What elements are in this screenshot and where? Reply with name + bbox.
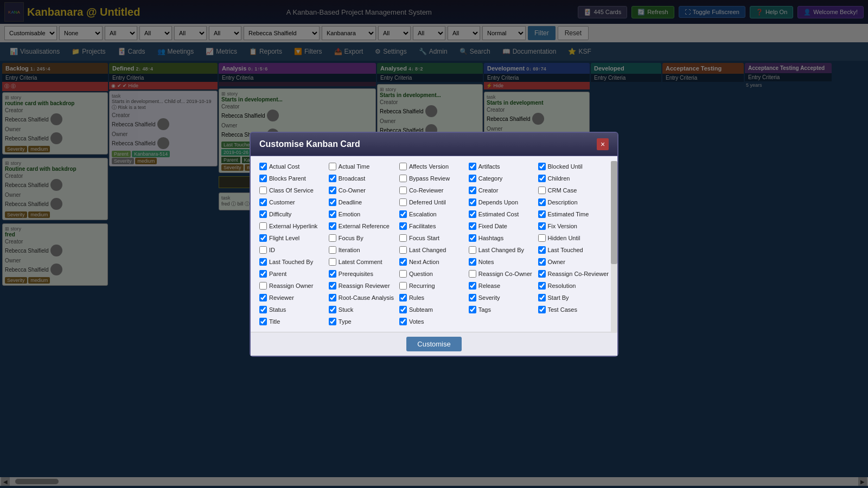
modal-scrollbar[interactable]	[611, 161, 617, 333]
checkbox-focus_by[interactable]	[329, 234, 336, 242]
checkbox-flight_level[interactable]	[259, 234, 267, 242]
checkbox-recurring[interactable]	[399, 282, 407, 290]
checkbox-release[interactable]	[469, 282, 476, 290]
checkbox-label-co_owner[interactable]: Co-Owner	[339, 187, 366, 194]
checkbox-label-creator[interactable]: Creator	[478, 187, 499, 194]
checkbox-label-category[interactable]: Category	[478, 175, 503, 182]
checkbox-latest_comment[interactable]	[329, 258, 336, 266]
checkbox-label-deadline[interactable]: Deadline	[339, 199, 362, 206]
checkbox-label-broadcast[interactable]: Broadcast	[339, 175, 366, 182]
checkbox-label-emotion[interactable]: Emotion	[339, 211, 360, 217]
checkbox-reviewer[interactable]	[259, 294, 267, 301]
checkbox-label-test_cases[interactable]: Test Cases	[548, 306, 577, 313]
checkbox-reassign_co_owner[interactable]	[469, 270, 476, 278]
checkbox-label-crm_case[interactable]: CRM Case	[548, 187, 577, 194]
checkbox-label-reassign_co_reviewer[interactable]: Reassign Co-Reviewer	[548, 271, 609, 277]
checkbox-label-fix_version[interactable]: Fix Version	[548, 223, 577, 229]
checkbox-id[interactable]	[259, 246, 267, 254]
checkbox-bypass_review[interactable]	[399, 175, 407, 182]
checkbox-last_touched[interactable]	[538, 246, 546, 254]
checkbox-start_by[interactable]	[538, 294, 546, 301]
checkbox-label-reassign_co_owner[interactable]: Reassign Co-Owner	[478, 271, 532, 277]
checkbox-label-id[interactable]: ID	[269, 247, 275, 253]
checkbox-label-blocks_parent[interactable]: Blocks Parent	[269, 175, 306, 182]
checkbox-notes[interactable]	[469, 258, 476, 266]
checkbox-rules[interactable]	[399, 294, 407, 301]
checkbox-label-external_reference[interactable]: External Reference	[339, 223, 390, 229]
checkbox-votes[interactable]	[399, 318, 407, 325]
checkbox-label-class_of_service[interactable]: Class Of Service	[269, 187, 314, 194]
checkbox-label-last_changed_by[interactable]: Last Changed By	[478, 247, 524, 253]
checkbox-fixed_date[interactable]	[469, 222, 476, 230]
checkbox-co_reviewer[interactable]	[399, 187, 407, 194]
checkbox-label-estimated_time[interactable]: Estimated Time	[548, 211, 589, 217]
modal-close-button[interactable]: ×	[597, 138, 609, 150]
checkbox-question[interactable]	[399, 270, 407, 278]
checkbox-label-escalation[interactable]: Escalation	[409, 211, 437, 217]
checkbox-label-notes[interactable]: Notes	[478, 259, 494, 265]
checkbox-label-title[interactable]: Title	[269, 318, 280, 325]
checkbox-label-co_reviewer[interactable]: Co-Reviewer	[409, 187, 444, 194]
checkbox-label-latest_comment[interactable]: Latest Comment	[339, 259, 382, 265]
checkbox-label-resolution[interactable]: Resolution	[548, 282, 576, 289]
checkbox-reassign_co_reviewer[interactable]	[538, 270, 546, 278]
checkbox-last_touched_by[interactable]	[259, 258, 267, 266]
checkbox-external_hyperlink[interactable]	[259, 222, 267, 230]
checkbox-label-deferred_until[interactable]: Deferred Until	[409, 199, 446, 206]
checkbox-blocked_until[interactable]	[538, 163, 546, 170]
checkbox-label-votes[interactable]: Votes	[409, 318, 424, 325]
checkbox-label-last_changed[interactable]: Last Changed	[409, 247, 446, 253]
checkbox-type[interactable]	[329, 318, 336, 325]
checkbox-label-type[interactable]: Type	[339, 318, 352, 325]
checkbox-stuck[interactable]	[329, 306, 336, 313]
checkbox-label-actual_cost[interactable]: Actual Cost	[269, 163, 299, 170]
checkbox-estimated_cost[interactable]	[469, 210, 476, 218]
checkbox-actual_time[interactable]	[329, 163, 336, 170]
checkbox-label-flight_level[interactable]: Flight Level	[269, 235, 299, 241]
checkbox-hidden_until[interactable]	[538, 234, 546, 242]
checkbox-co_owner[interactable]	[329, 187, 336, 194]
checkbox-label-parent[interactable]: Parent	[269, 271, 286, 277]
checkbox-reassign_owner[interactable]	[259, 282, 267, 290]
checkbox-owner[interactable]	[538, 258, 546, 266]
checkbox-label-difficulty[interactable]: Difficulty	[269, 211, 291, 217]
checkbox-label-status[interactable]: Status	[269, 306, 286, 313]
checkbox-label-subteam[interactable]: Subteam	[409, 306, 433, 313]
checkbox-label-children[interactable]: Children	[548, 175, 570, 182]
checkbox-label-blocked_until[interactable]: Blocked Until	[548, 163, 583, 170]
checkbox-label-depends_upon[interactable]: Depends Upon	[478, 199, 518, 206]
checkbox-severity[interactable]	[469, 294, 476, 301]
checkbox-category[interactable]	[469, 175, 476, 182]
checkbox-focus_start[interactable]	[399, 234, 407, 242]
checkbox-crm_case[interactable]	[538, 187, 546, 194]
checkbox-difficulty[interactable]	[259, 210, 267, 218]
checkbox-customer[interactable]	[259, 198, 267, 206]
checkbox-label-hidden_until[interactable]: Hidden Until	[548, 235, 580, 241]
checkbox-reassign_reviewer[interactable]	[329, 282, 336, 290]
checkbox-affects_version[interactable]	[399, 163, 407, 170]
checkbox-last_changed[interactable]	[399, 246, 407, 254]
checkbox-label-release[interactable]: Release	[478, 282, 500, 289]
checkbox-title[interactable]	[259, 318, 267, 325]
checkbox-blocks_parent[interactable]	[259, 175, 267, 182]
checkbox-label-tags[interactable]: Tags	[478, 306, 491, 313]
checkbox-actual_cost[interactable]	[259, 163, 267, 170]
checkbox-label-hashtags[interactable]: Hashtags	[478, 235, 503, 241]
checkbox-tags[interactable]	[469, 306, 476, 313]
checkbox-artifacts[interactable]	[469, 163, 476, 170]
checkbox-external_reference[interactable]	[329, 222, 336, 230]
checkbox-label-affects_version[interactable]: Affects Version	[409, 163, 449, 170]
checkbox-label-stuck[interactable]: Stuck	[339, 306, 354, 313]
checkbox-label-focus_by[interactable]: Focus By	[339, 235, 363, 241]
checkbox-label-start_by[interactable]: Start By	[548, 294, 569, 301]
checkbox-hashtags[interactable]	[469, 234, 476, 242]
checkbox-label-prerequisites[interactable]: Prerequisites	[339, 271, 373, 277]
checkbox-label-root_cause[interactable]: Root-Cause Analysis	[339, 294, 394, 301]
checkbox-subteam[interactable]	[399, 306, 407, 313]
customise-button[interactable]: Customise	[406, 337, 461, 351]
checkbox-status[interactable]	[259, 306, 267, 313]
checkbox-estimated_time[interactable]	[538, 210, 546, 218]
checkbox-label-last_touched_by[interactable]: Last Touched By	[269, 259, 313, 265]
checkbox-creator[interactable]	[469, 187, 476, 194]
checkbox-label-fixed_date[interactable]: Fixed Date	[478, 223, 507, 229]
